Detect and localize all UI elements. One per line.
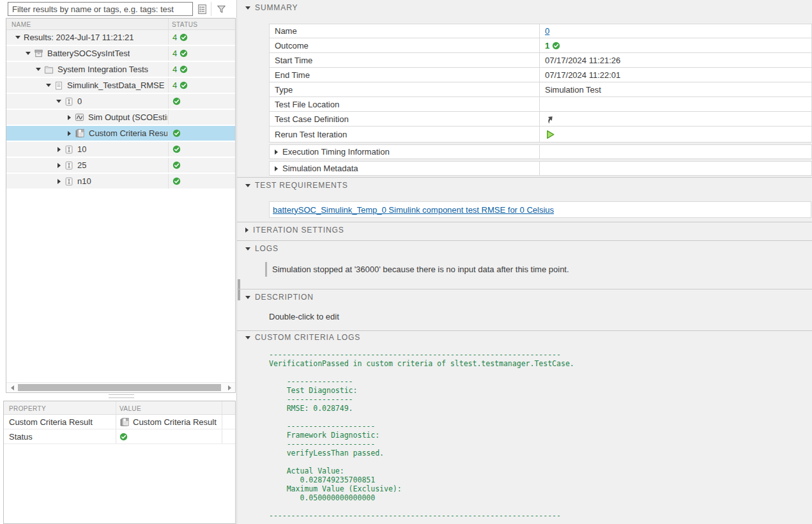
- column-header-property: PROPERTY: [9, 405, 46, 412]
- search-input[interactable]: [8, 2, 193, 16]
- horizontal-scrollbar[interactable]: [6, 382, 235, 392]
- status-cell: [168, 110, 235, 125]
- tree-row-iteration-0[interactable]: 0: [6, 94, 235, 110]
- summary-value: Simulation Test: [540, 82, 811, 96]
- name-link[interactable]: 0: [545, 26, 549, 36]
- caret-right-icon: [275, 166, 278, 171]
- section-header-logs[interactable]: LOGS: [245, 244, 279, 253]
- summary-row-type: Type Simulation Test: [269, 82, 812, 97]
- pass-check-icon: [180, 81, 188, 89]
- status-cell: 4: [168, 46, 235, 61]
- property-row[interactable]: Custom Criteria Result Custom Criteria R…: [4, 415, 235, 429]
- custom-criteria-log-text: ----------------------------------------…: [269, 350, 574, 520]
- section-header-iteration-settings[interactable]: ITERATION SETTINGS: [245, 226, 344, 235]
- report-button[interactable]: [195, 3, 209, 16]
- section-header-summary[interactable]: SUMMARY: [245, 3, 298, 12]
- caret-down-icon[interactable]: [25, 50, 31, 57]
- caret-down-icon: [245, 247, 250, 250]
- summary-row-execution-timing[interactable]: Execution Timing Information: [269, 144, 812, 159]
- vertical-scrollbar-thumb[interactable]: [238, 279, 240, 300]
- section-divider: [237, 240, 812, 241]
- caret-right-icon[interactable]: [56, 162, 62, 169]
- scrollbar-thumb[interactable]: [18, 384, 221, 391]
- caret-down-icon: [245, 336, 250, 339]
- caret-right-icon[interactable]: [56, 178, 62, 185]
- caret-down-icon[interactable]: [15, 35, 21, 41]
- tree-label: 25: [77, 160, 86, 170]
- section-header-test-requirements[interactable]: TEST REQUIREMENTS: [245, 181, 348, 190]
- section-divider: [237, 330, 812, 331]
- scroll-right-icon[interactable]: [226, 385, 233, 391]
- caret-down-icon: [245, 6, 250, 10]
- caret-down-icon: [245, 184, 250, 187]
- pass-check-icon: [172, 97, 181, 105]
- test-case-icon: [54, 81, 63, 90]
- summary-label: Test File Location: [270, 97, 540, 111]
- caret-down-icon[interactable]: [56, 98, 62, 105]
- summary-row-rerun: Rerun Test Iteration: [269, 127, 812, 143]
- property-panel: PROPERTY VALUE Custom Criteria Result Cu…: [3, 401, 236, 524]
- description-editor[interactable]: Double-click to edit: [269, 312, 339, 321]
- property-name: Status: [4, 432, 116, 442]
- section-divider: [237, 289, 812, 289]
- tree-label: Sim Output (SCOEstima: [88, 112, 167, 122]
- column-header-value: VALUE: [119, 405, 141, 412]
- criteria-icon: [75, 128, 85, 138]
- scroll-left-icon[interactable]: [9, 385, 15, 391]
- pass-check-icon: [172, 161, 181, 169]
- filter-button[interactable]: [214, 3, 228, 16]
- tree-row-results[interactable]: Results: 2024-Jul-17 11:21:21 4: [6, 30, 235, 46]
- caret-down-icon[interactable]: [45, 82, 52, 89]
- quote-bar: [265, 262, 267, 277]
- tree-row-iteration-25[interactable]: 25: [6, 158, 235, 174]
- tree-label: 10: [77, 144, 86, 154]
- tree-row-iteration-10[interactable]: 10: [6, 142, 235, 158]
- status-cell: [168, 174, 235, 189]
- section-header-custom-criteria-logs[interactable]: CUSTOM CRITERIA LOGS: [245, 333, 360, 342]
- tree-label: Simulink_TestData_RMSE: [67, 81, 164, 90]
- summary-label: Name: [270, 24, 540, 38]
- caret-right-icon[interactable]: [66, 130, 72, 137]
- section-header-description[interactable]: DESCRIPTION: [245, 293, 314, 302]
- report-icon: [197, 4, 208, 15]
- filter-funnel-icon: [216, 4, 227, 15]
- summary-row-simulation-metadata[interactable]: Simulation Metadata: [269, 161, 812, 176]
- summary-value: 07/17/2024 11:22:01: [540, 68, 811, 82]
- pass-check-icon: [180, 33, 188, 42]
- tree-row-custom-criteria[interactable]: Custom Criteria Result: [6, 126, 235, 142]
- property-row[interactable]: Status: [4, 429, 235, 444]
- tree-row-testcase[interactable]: Simulink_TestData_RMSE 4: [6, 78, 235, 94]
- panel-splitter[interactable]: [109, 394, 134, 398]
- pass-check-icon: [119, 433, 128, 441]
- column-divider: [168, 19, 169, 29]
- tree-row-testsuite[interactable]: System Integration Tests 4: [6, 62, 235, 78]
- tree-row-iteration-n10[interactable]: n10: [6, 174, 235, 190]
- requirement-link[interactable]: batterySOC_Simulink_Temp_0 Simulink comp…: [273, 205, 554, 215]
- property-header: PROPERTY VALUE: [4, 401, 235, 415]
- caret-down-icon[interactable]: [35, 66, 42, 73]
- pass-count: 4: [172, 49, 177, 58]
- summary-label: Simulation Metadata: [282, 164, 358, 173]
- iteration-icon: [65, 161, 73, 170]
- tree-row-testfile[interactable]: BatterySOCSysIntTest 4: [6, 46, 235, 62]
- caret-right-icon[interactable]: [66, 114, 72, 121]
- tree-label: Results: 2024-Jul-17 11:21:21: [24, 33, 134, 42]
- summary-row-test-file-location: Test File Location: [269, 97, 812, 112]
- status-cell: 4: [168, 78, 235, 93]
- tree-label: Custom Criteria Result: [89, 128, 167, 138]
- folder-icon: [44, 65, 54, 74]
- property-value: Custom Criteria Result: [116, 417, 222, 427]
- status-cell: [168, 158, 235, 173]
- goto-arrow-icon[interactable]: [545, 114, 554, 123]
- caret-right-icon[interactable]: [56, 146, 62, 153]
- tree-label: n10: [77, 176, 91, 186]
- summary-label: Outcome: [270, 38, 540, 52]
- summary-row-test-case-definition: Test Case Definition: [269, 112, 812, 127]
- summary-label: Type: [270, 82, 540, 96]
- requirement-item: batterySOC_Simulink_Temp_0 Simulink comp…: [269, 201, 811, 218]
- tree-row-sim-output[interactable]: Sim Output (SCOEstima: [6, 110, 235, 126]
- pass-check-icon: [172, 177, 181, 185]
- play-icon[interactable]: [545, 129, 556, 140]
- status-cell: [168, 126, 235, 141]
- pass-check-icon: [180, 65, 188, 73]
